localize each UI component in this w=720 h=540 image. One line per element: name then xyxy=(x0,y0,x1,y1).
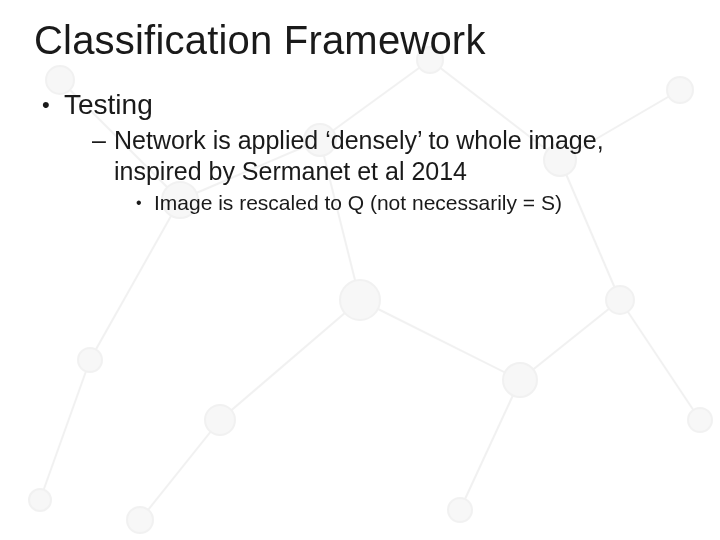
bullet-l3: Image is rescaled to Q (not necessarily … xyxy=(134,190,686,216)
svg-line-11 xyxy=(40,360,90,500)
svg-line-13 xyxy=(620,300,700,420)
svg-point-23 xyxy=(606,286,634,314)
bullet-l1-text: Testing xyxy=(64,89,153,120)
bullet-l2: Network is applied ‘densely’ to whole im… xyxy=(92,125,686,216)
svg-point-28 xyxy=(688,408,712,432)
svg-point-20 xyxy=(340,280,380,320)
svg-line-1 xyxy=(90,200,180,360)
slide-title: Classification Framework xyxy=(34,18,686,63)
bullet-l3-text: Image is rescaled to Q (not necessarily … xyxy=(154,191,562,214)
svg-line-7 xyxy=(520,300,620,380)
svg-point-17 xyxy=(78,348,102,372)
svg-line-12 xyxy=(140,420,220,520)
svg-line-5 xyxy=(220,300,360,420)
bullet-l2-text: Network is applied ‘densely’ to whole im… xyxy=(114,126,604,185)
svg-point-26 xyxy=(29,489,51,511)
bullet-list: Testing Network is applied ‘densely’ to … xyxy=(38,89,686,216)
svg-point-21 xyxy=(205,405,235,435)
svg-point-22 xyxy=(503,363,537,397)
slide-content: Classification Framework Testing Network… xyxy=(0,0,720,216)
svg-line-6 xyxy=(360,300,520,380)
svg-point-25 xyxy=(448,498,472,522)
svg-point-27 xyxy=(127,507,153,533)
svg-line-8 xyxy=(460,380,520,510)
bullet-l1: Testing Network is applied ‘densely’ to … xyxy=(38,89,686,216)
